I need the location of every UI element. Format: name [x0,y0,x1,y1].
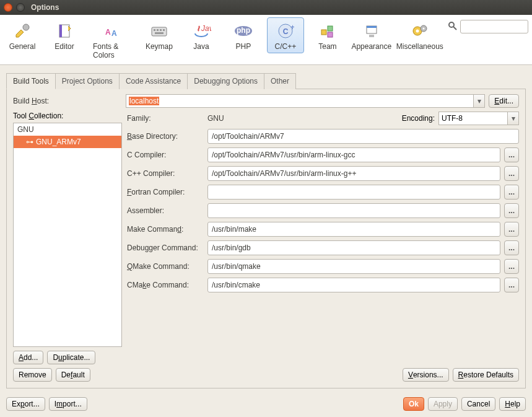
chevron-down-icon: ▾ [473,95,484,107]
family-label: Family: [127,114,204,123]
php-icon: php [233,21,253,41]
category-label: C/C++ [275,42,297,51]
category-java[interactable]: Java Java [183,17,220,53]
make-command-label: Make Command: [127,225,204,234]
svg-rect-5 [152,27,167,36]
assembler-label: Assembler: [127,206,204,215]
category-label: General [9,42,36,51]
list-item[interactable]: ⊶ GNU_ARMv7 [14,136,121,148]
search-input[interactable] [460,20,528,33]
build-host-combo[interactable]: localhost ▾ [126,94,485,108]
svg-rect-21 [367,26,377,28]
browse-button[interactable]: ... [504,259,519,274]
base-dir-input[interactable] [207,129,519,144]
cpp-compiler-label: C++ Compiler: [127,169,204,178]
base-dir-label: Base Directory: [127,132,204,141]
debugger-command-input[interactable] [207,240,500,255]
category-label: Miscellaneous [396,42,443,51]
svg-text:+: + [290,23,294,32]
export-button[interactable]: Export... [6,397,45,411]
svg-rect-22 [369,35,374,37]
encoding-combo[interactable]: UTF-8 ▾ [438,112,519,125]
search-icon [448,21,458,33]
family-value: GNU [207,114,224,123]
svg-text:Java: Java [201,24,211,33]
restore-defaults-button[interactable]: Restore Defaults [453,368,519,382]
list-item[interactable]: GNU [14,123,121,136]
cmake-command-input[interactable] [207,278,500,292]
category-php[interactable]: php PHP [225,17,262,53]
cmake-command-label: CMake Command: [127,281,204,289]
category-label: Java [193,42,209,51]
c-compiler-input[interactable] [207,147,500,162]
c-compiler-label: C Compiler: [127,151,204,159]
build-host-value: localhost [129,97,159,105]
browse-button[interactable]: ... [504,166,519,181]
remove-button[interactable]: Remove [13,368,52,382]
browse-button[interactable]: ... [504,185,519,200]
tab-debugging-options[interactable]: Debugging Options [187,73,264,89]
svg-rect-2 [59,25,62,37]
debugger-command-label: Debugger Command: [127,244,204,252]
ok-button[interactable]: Ok [403,397,424,411]
qmake-command-input[interactable] [207,259,500,274]
svg-rect-8 [160,29,162,31]
browse-button[interactable]: ... [504,222,519,237]
search-wrap [448,17,528,33]
duplicate-button[interactable]: Duplicate... [47,351,95,364]
wrench-icon [12,21,32,41]
category-miscellaneous[interactable]: Miscellaneous [397,17,443,53]
tab-code-assistance[interactable]: Code Assistance [119,73,188,89]
build-host-label: Build Host: [13,97,122,105]
fortran-compiler-input[interactable] [207,185,500,200]
help-button[interactable]: Help [499,397,526,411]
build-tools-panel: Build Host: localhost ▾ Edit... Tool Col… [6,89,526,388]
category-team[interactable]: Team [309,17,346,53]
default-button[interactable]: Default [56,368,90,382]
add-button[interactable]: Add... [13,351,43,364]
cancel-button[interactable]: Cancel [461,397,495,411]
minimize-icon[interactable] [16,3,25,12]
tool-collection-list[interactable]: GNU ⊶ GNU_ARMv7 [13,123,122,347]
edit-host-button[interactable]: Edit... [489,94,519,108]
close-icon[interactable] [4,3,12,12]
category-label: Keymap [146,42,173,51]
browse-button[interactable]: ... [504,147,519,162]
category-c-cpp[interactable]: C+ C/C++ [267,17,304,53]
category-label: Editor [55,42,74,51]
versions-button[interactable]: Versions... [403,368,449,382]
sub-tabs: Build Tools Project Options Code Assista… [6,72,526,89]
cpp-compiler-input[interactable] [207,166,500,181]
category-general[interactable]: General [4,17,41,53]
make-command-input[interactable] [207,222,500,237]
tab-other[interactable]: Other [264,73,296,89]
keyboard-icon [149,21,169,41]
import-button[interactable]: Import... [49,397,87,411]
category-appearance[interactable]: Appearance [351,17,392,53]
tab-project-options[interactable]: Project Options [55,73,120,89]
svg-point-26 [422,28,424,30]
svg-rect-10 [155,32,164,34]
category-label: Fonts & Colors [93,42,131,59]
category-toolbar: General Editor AA Fonts & Colors Keymap … [0,15,532,65]
svg-line-28 [453,27,456,30]
appearance-icon [362,21,382,41]
browse-button[interactable]: ... [504,240,519,255]
encoding-value: UTF-8 [442,114,463,123]
tab-build-tools[interactable]: Build Tools [6,73,56,89]
category-keymap[interactable]: Keymap [141,17,178,53]
assembler-input[interactable] [207,203,500,218]
titlebar: Options [0,0,532,15]
java-icon: Java [191,21,211,41]
category-fonts-colors[interactable]: AA Fonts & Colors [88,17,136,62]
link-icon: ⊶ [26,138,33,146]
tool-collection-label: Tool Collection: [13,112,122,120]
browse-button[interactable]: ... [504,278,519,292]
category-editor[interactable]: Editor [46,17,83,53]
svg-rect-6 [154,29,155,31]
browse-button[interactable]: ... [504,203,519,218]
list-item-label: GNU_ARMv7 [36,138,81,146]
dialog-button-bar: Export... Import... Ok Apply Cancel Help [0,393,532,417]
qmake-command-label: QMake Command: [127,262,204,271]
category-label: Appearance [351,42,391,51]
